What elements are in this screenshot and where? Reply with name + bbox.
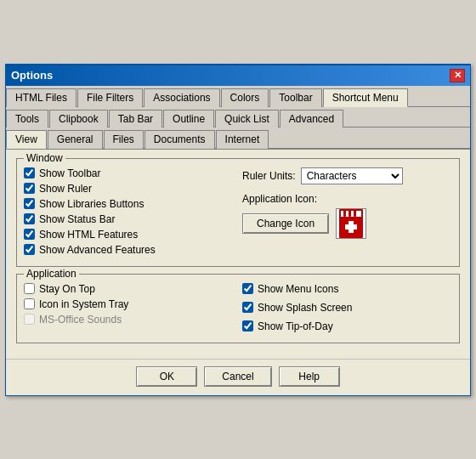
window-group: Window Show Toolbar Show Ruler Show Libr… [16,158,460,267]
svg-rect-6 [345,224,357,230]
tabs-row-3: View General Files Documents Internet [6,128,470,150]
options-window: Options ✕ HTML Files File Filters Associ… [5,64,471,396]
svg-rect-3 [348,209,351,217]
application-checkboxes-right: Show Menu Icons Show Splash Screen Show … [242,283,452,336]
checkbox-show-status-input[interactable] [24,213,35,224]
tab-associations[interactable]: Associations [144,88,219,107]
close-button[interactable]: ✕ [450,69,465,82]
checkbox-icon-tray-input[interactable] [24,298,35,309]
application-group-content: Stay On Top Icon in System Tray MS-Offic… [24,275,452,336]
svg-rect-2 [343,209,346,217]
checkbox-show-libraries-input[interactable] [24,198,35,209]
ruler-units-row: Ruler Units: Characters Inches Centimete… [242,167,452,184]
tab-shortcut-menu[interactable]: Shortcut Menu [323,88,408,107]
content-area: Window Show Toolbar Show Ruler Show Libr… [6,150,470,359]
tab-general[interactable]: General [48,130,103,149]
checkbox-show-advanced: Show Advanced Features [24,244,234,256]
window-right-col: Ruler Units: Characters Inches Centimete… [242,167,452,259]
ruler-units-select[interactable]: Characters Inches Centimeters [301,167,403,184]
svg-rect-4 [354,209,356,217]
checkbox-show-splash: Show Splash Screen [242,302,452,314]
checkbox-stay-on-top: Stay On Top [24,283,234,295]
window-title: Options [11,69,53,82]
tab-documents[interactable]: Documents [144,130,215,149]
app-icon-svg [337,209,365,238]
tab-html-files[interactable]: HTML Files [6,88,76,107]
checkbox-show-html-input[interactable] [24,229,35,240]
checkbox-show-status-label: Show Status Bar [39,213,115,225]
tab-advanced[interactable]: Advanced [280,110,343,128]
tab-colors[interactable]: Colors [221,88,269,107]
checkbox-show-ruler-input[interactable] [24,183,35,194]
checkbox-show-html: Show HTML Features [24,229,234,241]
checkbox-icon-tray: Icon in System Tray [24,298,234,310]
checkbox-show-toolbar: Show Toolbar [24,167,234,179]
checkbox-show-libraries-label: Show Libraries Buttons [39,198,144,210]
checkbox-show-tip: Show Tip-of-Day [242,320,452,332]
checkbox-show-tip-input[interactable] [242,320,253,332]
title-bar: Options ✕ [6,65,470,86]
tabs-row-1: HTML Files File Filters Associations Col… [6,86,470,107]
checkbox-ms-office-sounds-label: MS-Office Sounds [39,314,122,326]
icon-row: Change Icon [242,208,452,239]
checkbox-show-ruler-label: Show Ruler [39,183,92,195]
cancel-button[interactable]: Cancel [204,366,271,387]
checkbox-icon-tray-label: Icon in System Tray [39,298,128,310]
application-checkboxes-left: Stay On Top Icon in System Tray MS-Offic… [24,283,234,336]
change-icon-button[interactable]: Change Icon [242,213,329,234]
checkbox-show-html-label: Show HTML Features [39,229,138,241]
window-checkboxes-left: Show Toolbar Show Ruler Show Libraries B… [24,167,234,259]
help-button[interactable]: Help [279,366,340,387]
tab-view[interactable]: View [6,130,47,149]
tab-outline[interactable]: Outline [163,110,214,128]
checkbox-stay-on-top-label: Stay On Top [39,283,95,295]
checkbox-show-advanced-label: Show Advanced Features [39,244,156,256]
app-icon-section: Application Icon: Change Icon [242,193,452,239]
tab-tools[interactable]: Tools [6,110,48,128]
app-icon-preview [336,208,366,239]
ok-button[interactable]: OK [136,366,197,387]
checkbox-show-menu-icons-input[interactable] [242,283,253,294]
checkbox-stay-on-top-input[interactable] [24,283,35,294]
checkbox-show-libraries: Show Libraries Buttons [24,198,234,210]
window-group-label: Window [24,152,65,164]
checkbox-show-menu-icons: Show Menu Icons [242,283,452,295]
checkbox-show-tip-label: Show Tip-of-Day [258,320,333,332]
tab-toolbar[interactable]: Toolbar [269,88,321,107]
bottom-bar: OK Cancel Help [6,359,470,395]
tab-quick-list[interactable]: Quick List [215,110,279,128]
checkbox-show-splash-label: Show Splash Screen [258,302,352,314]
tab-files[interactable]: Files [104,130,144,149]
checkbox-show-splash-input[interactable] [242,302,253,313]
checkbox-show-toolbar-input[interactable] [24,167,35,178]
checkbox-show-toolbar-label: Show Toolbar [39,167,101,179]
window-group-content: Show Toolbar Show Ruler Show Libraries B… [24,159,452,259]
tab-tab-bar[interactable]: Tab Bar [109,110,162,128]
checkbox-ms-office-sounds: MS-Office Sounds [24,314,234,326]
checkbox-show-advanced-input[interactable] [24,244,35,255]
tab-clipbook[interactable]: Clipbook [49,110,108,128]
ruler-units-label: Ruler Units: [242,170,296,182]
checkbox-show-menu-icons-label: Show Menu Icons [258,283,338,295]
tabs-row-2: Tools Clipbook Tab Bar Outline Quick Lis… [6,107,470,128]
app-icon-label: Application Icon: [242,193,452,205]
checkbox-show-ruler: Show Ruler [24,183,234,195]
tab-internet[interactable]: Internet [216,130,269,149]
application-group: Application Stay On Top Icon in System T… [16,274,460,343]
tab-file-filters[interactable]: File Filters [77,88,143,107]
application-group-label: Application [24,268,79,280]
checkbox-ms-office-sounds-input [24,314,35,325]
checkbox-show-status: Show Status Bar [24,213,234,225]
